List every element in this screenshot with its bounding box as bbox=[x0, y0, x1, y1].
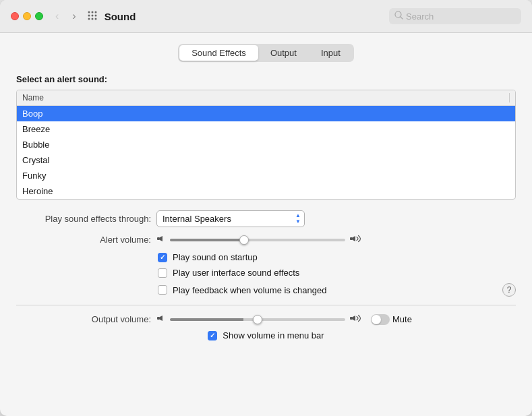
sound-list: BoopBreezeBubbleCrystalFunkyHeroine bbox=[17, 106, 515, 199]
sound-list-column-name: Name bbox=[22, 93, 509, 102]
tab-sound-effects[interactable]: Sound Effects bbox=[179, 45, 258, 61]
mute-label: Mute bbox=[392, 314, 412, 324]
sound-list-item[interactable]: Boop bbox=[17, 106, 515, 121]
window-title: Sound bbox=[105, 11, 384, 22]
play-through-dropdown-wrapper: Internal SpeakersExternal SpeakersHeadph… bbox=[156, 210, 305, 227]
svg-rect-14 bbox=[350, 317, 353, 320]
back-button[interactable]: ‹ bbox=[51, 9, 63, 24]
checkbox-feedback[interactable] bbox=[158, 285, 167, 295]
volume-low-icon bbox=[156, 234, 166, 245]
svg-point-0 bbox=[88, 11, 90, 13]
tabs-container: Sound Effects Output Input bbox=[16, 44, 516, 62]
output-volume-low-icon bbox=[156, 314, 166, 325]
svg-point-3 bbox=[88, 14, 90, 16]
sound-list-item[interactable]: Breeze bbox=[17, 121, 515, 137]
play-through-label: Play sound effects through: bbox=[16, 214, 151, 224]
play-through-dropdown[interactable]: Internal SpeakersExternal SpeakersHeadph… bbox=[156, 210, 305, 227]
svg-point-2 bbox=[94, 11, 96, 13]
svg-rect-12 bbox=[350, 237, 353, 240]
close-button[interactable] bbox=[11, 12, 19, 20]
tab-input[interactable]: Input bbox=[309, 45, 353, 61]
minimize-button[interactable] bbox=[23, 12, 31, 20]
sound-list-item[interactable]: Heroine bbox=[17, 183, 515, 199]
maximize-button[interactable] bbox=[35, 12, 43, 20]
tab-output[interactable]: Output bbox=[258, 45, 309, 61]
tabs: Sound Effects Output Input bbox=[178, 44, 354, 62]
search-box bbox=[389, 8, 521, 24]
alert-volume-row: Alert volume: bbox=[16, 234, 516, 245]
alert-volume-label: Alert volume: bbox=[16, 235, 151, 245]
output-volume-label: Output volume: bbox=[16, 314, 151, 324]
search-icon bbox=[394, 11, 403, 22]
titlebar: ‹ › Sound bbox=[0, 0, 532, 33]
svg-point-6 bbox=[88, 18, 90, 20]
search-input[interactable] bbox=[406, 11, 516, 22]
checkbox-startup[interactable] bbox=[158, 253, 167, 262]
traffic-lights bbox=[11, 12, 43, 20]
svg-point-1 bbox=[91, 11, 93, 13]
checkbox-row-ui-sounds: Play user interface sound effects bbox=[158, 268, 516, 278]
app-grid-icon bbox=[87, 10, 98, 23]
main-window: ‹ › Sound bbox=[0, 0, 532, 416]
checkbox-ui-sounds-label: Play user interface sound effects bbox=[173, 268, 299, 278]
content-area: Sound Effects Output Input Select an ale… bbox=[0, 33, 532, 416]
checkbox-row-feedback: Play feedback when volume is changed ? bbox=[158, 283, 516, 297]
alert-volume-slider[interactable] bbox=[170, 239, 345, 241]
alert-volume-slider-row bbox=[156, 234, 361, 245]
section-label: Select an alert sound: bbox=[16, 74, 516, 84]
output-volume-high-icon bbox=[349, 314, 361, 325]
svg-rect-13 bbox=[157, 317, 160, 320]
output-volume-row: Output volume: bbox=[16, 314, 516, 325]
svg-rect-11 bbox=[157, 237, 160, 240]
sound-list-item[interactable]: Funky bbox=[17, 168, 515, 183]
section-divider bbox=[16, 305, 516, 305]
mute-toggle: Mute bbox=[371, 314, 412, 325]
show-volume-label: Show volume in menu bar bbox=[223, 330, 324, 340]
mute-toggle-track[interactable] bbox=[371, 314, 390, 325]
checkbox-row-startup: Play sound on startup bbox=[158, 252, 516, 262]
sound-list-item[interactable]: Bubble bbox=[17, 137, 515, 152]
play-through-row: Play sound effects through: Internal Spe… bbox=[16, 210, 516, 227]
volume-high-icon bbox=[349, 234, 361, 245]
controls-grid: Play sound effects through: Internal Spe… bbox=[16, 210, 516, 297]
column-divider bbox=[509, 93, 510, 102]
forward-button[interactable]: › bbox=[68, 9, 80, 24]
svg-point-5 bbox=[94, 14, 96, 16]
sound-list-header: Name bbox=[17, 90, 515, 106]
svg-line-10 bbox=[401, 17, 403, 19]
output-section: Output volume: bbox=[16, 314, 516, 340]
output-volume-slider[interactable] bbox=[170, 318, 345, 321]
output-volume-slider-row: Mute bbox=[156, 314, 412, 325]
svg-point-8 bbox=[94, 18, 96, 20]
checkbox-ui-sounds[interactable] bbox=[158, 268, 167, 278]
svg-point-4 bbox=[91, 14, 93, 16]
show-volume-row: Show volume in menu bar bbox=[16, 330, 516, 340]
sound-list-container: Name BoopBreezeBubbleCrystalFunkyHeroine bbox=[16, 90, 516, 200]
checkbox-feedback-label: Play feedback when volume is changed bbox=[173, 285, 326, 295]
mute-toggle-thumb bbox=[372, 315, 381, 324]
svg-point-7 bbox=[91, 18, 93, 20]
sound-list-item[interactable]: Crystal bbox=[17, 152, 515, 168]
help-button[interactable]: ? bbox=[502, 283, 516, 297]
checkbox-startup-label: Play sound on startup bbox=[173, 252, 258, 262]
checkbox-show-volume[interactable] bbox=[208, 331, 217, 340]
checkboxes-group: Play sound on startup Play user interfac… bbox=[16, 252, 516, 297]
